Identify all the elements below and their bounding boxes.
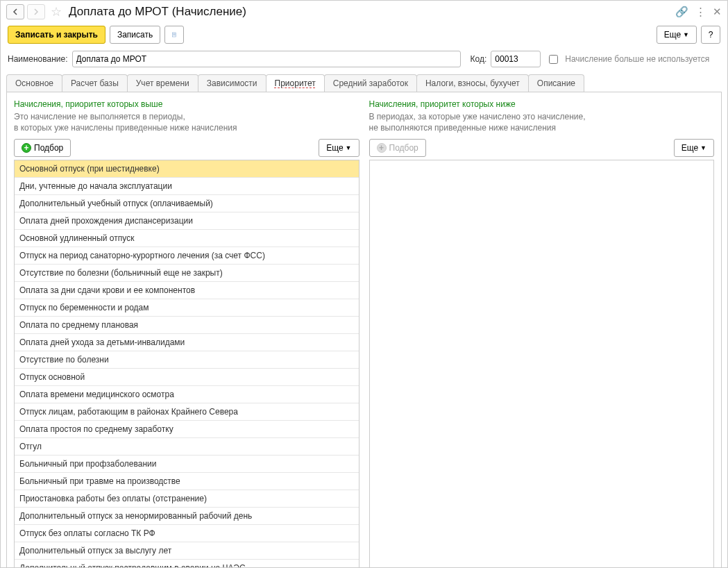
back-button[interactable] <box>6 4 24 19</box>
left-list[interactable]: Основной отпуск (при шестидневке)Дни, уч… <box>14 160 359 568</box>
list-item[interactable]: Основной удлиненный отпуск <box>15 230 359 247</box>
list-item[interactable]: Отпуск лицам, работающим в районах Крайн… <box>15 403 359 421</box>
right-panel-title: Начисления, приоритет которых ниже <box>369 99 715 109</box>
tab-avg[interactable]: Средний заработок <box>324 74 417 92</box>
tab-desc[interactable]: Описание <box>528 74 584 92</box>
list-item[interactable]: Больничный при профзаболевании <box>15 456 359 473</box>
left-panel-description: Это начисление не выполняется в периоды,… <box>14 112 359 133</box>
tab-base[interactable]: Расчет базы <box>62 74 128 92</box>
tab-deps[interactable]: Зависимости <box>198 74 266 92</box>
tab-content: Начисления, приоритет которых выше Это н… <box>6 92 722 568</box>
right-panel: Начисления, приоритет которых ниже В пер… <box>369 99 715 568</box>
right-more-button[interactable]: Еще▼ <box>674 139 714 157</box>
list-item[interactable]: Отпуск на период санаторно-курортного ле… <box>15 247 359 265</box>
save-and-close-button[interactable]: Записать и закрыть <box>8 26 105 44</box>
tab-tax[interactable]: Налоги, взносы, бухучет <box>416 74 529 92</box>
right-add-button[interactable]: + Подбор <box>369 139 426 157</box>
right-panel-description: В периодах, за которые уже начислено это… <box>369 112 715 133</box>
favorite-icon[interactable]: ☆ <box>51 4 62 19</box>
list-item[interactable]: Оплата дней ухода за детьми-инвалидами <box>15 334 359 351</box>
list-item[interactable]: Дополнительный учебный отпуск (оплачивае… <box>15 195 359 212</box>
name-input[interactable] <box>72 51 461 67</box>
forward-button[interactable] <box>27 4 45 19</box>
tab-time[interactable]: Учет времени <box>127 74 198 92</box>
list-item[interactable]: Отпуск по беременности и родам <box>15 299 359 317</box>
page-title: Доплата до МРОТ (Начисление) <box>69 5 246 19</box>
svg-rect-0 <box>173 33 176 37</box>
plus-icon: + <box>22 143 31 153</box>
left-panel-title: Начисления, приоритет которых выше <box>14 99 359 109</box>
list-item[interactable]: Больничный при травме на производстве <box>15 473 359 490</box>
list-item[interactable]: Дополнительный отпуск за выслугу лет <box>15 542 359 560</box>
help-button[interactable]: ? <box>701 26 720 44</box>
more-button[interactable]: Еще▼ <box>657 26 697 44</box>
list-item[interactable]: Оплата за дни сдачи крови и ее компонент… <box>15 282 359 299</box>
list-item[interactable]: Оплата по среднему плановая <box>15 317 359 334</box>
right-panel-toolbar: + Подбор Еще▼ <box>369 139 715 157</box>
list-item[interactable]: Приостановка работы без оплаты (отстране… <box>15 490 359 508</box>
save-button[interactable]: Записать <box>110 26 160 44</box>
tab-priority[interactable]: Приоритет <box>266 74 325 92</box>
plus-icon: + <box>377 143 387 153</box>
chevron-down-icon: ▼ <box>346 144 352 151</box>
list-item[interactable]: Дополнительный отпуск пострадавшим в ава… <box>15 560 359 568</box>
list-item[interactable]: Оплата времени медицинского осмотра <box>15 386 359 403</box>
chevron-down-icon: ▼ <box>683 31 689 38</box>
kebab-icon[interactable]: ⋮ <box>695 6 706 18</box>
list-item[interactable]: Оплата дней прохождения диспансеризации <box>15 212 359 230</box>
list-item[interactable]: Дни, учтенные до начала эксплуатации <box>15 178 359 195</box>
code-label: Код: <box>471 54 487 64</box>
fields-row: Наименование: Код: Начисление больше не … <box>1 49 727 74</box>
titlebar: ☆ Доплата до МРОТ (Начисление) 🔗 ⋮ ✕ <box>1 1 727 23</box>
left-more-button[interactable]: Еще▼ <box>319 139 359 157</box>
tab-main[interactable]: Основное <box>6 74 62 92</box>
code-input[interactable] <box>491 51 541 67</box>
list-item[interactable]: Отсутствие по болезни <box>15 351 359 369</box>
list-item[interactable]: Дополнительный отпуск за ненормированный… <box>15 508 359 525</box>
list-item[interactable]: Оплата простоя по среднему заработку <box>15 421 359 438</box>
toolbar: Записать и закрыть Записать Еще▼ ? <box>1 23 727 49</box>
left-panel-toolbar: + Подбор Еще▼ <box>14 139 359 157</box>
chevron-down-icon: ▼ <box>700 144 706 151</box>
close-icon[interactable]: ✕ <box>713 6 722 18</box>
link-icon[interactable]: 🔗 <box>675 6 688 18</box>
list-item[interactable]: Отгул <box>15 438 359 456</box>
left-panel: Начисления, приоритет которых выше Это н… <box>14 99 359 568</box>
list-item[interactable]: Отпуск без оплаты согласно ТК РФ <box>15 525 359 542</box>
list-item[interactable]: Отпуск основной <box>15 369 359 386</box>
left-add-button[interactable]: + Подбор <box>14 139 71 157</box>
no-longer-used-checkbox[interactable] <box>549 55 558 64</box>
tabs: ОсновноеРасчет базыУчет времениЗависимос… <box>1 74 727 92</box>
no-longer-used-label: Начисление больше не используется <box>565 54 709 64</box>
list-item[interactable]: Основной отпуск (при шестидневке) <box>15 160 359 178</box>
name-label: Наименование: <box>8 54 68 64</box>
report-button[interactable] <box>164 26 184 44</box>
right-list[interactable] <box>369 160 715 568</box>
list-item[interactable]: Отсутствие по болезни (больничный еще не… <box>15 265 359 282</box>
